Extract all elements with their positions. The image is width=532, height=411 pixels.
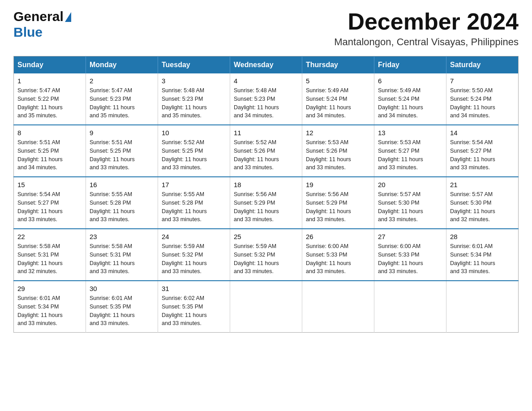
day-number: 8: [17, 129, 82, 137]
calendar-cell: 30 Sunrise: 6:01 AM Sunset: 5:35 PM Dayl…: [86, 281, 158, 333]
weekday-header-row: SundayMondayTuesdayWednesdayThursdayFrid…: [14, 56, 519, 74]
day-info: Sunrise: 5:54 AM Sunset: 5:27 PM Dayligh…: [17, 190, 82, 224]
day-number: 28: [450, 233, 515, 240]
calendar-cell: 26 Sunrise: 6:00 AM Sunset: 5:33 PM Dayl…: [302, 229, 374, 281]
calendar-cell: 31 Sunrise: 6:02 AM Sunset: 5:35 PM Dayl…: [158, 281, 230, 333]
day-number: 14: [450, 129, 515, 137]
day-number: 1: [17, 77, 82, 85]
day-number: 25: [234, 233, 298, 240]
day-number: 26: [306, 233, 370, 240]
calendar-cell: 4 Sunrise: 5:48 AM Sunset: 5:23 PM Dayli…: [230, 73, 302, 125]
calendar-cell: 10 Sunrise: 5:52 AM Sunset: 5:25 PM Dayl…: [158, 125, 230, 177]
calendar-cell: 7 Sunrise: 5:50 AM Sunset: 5:24 PM Dayli…: [446, 73, 519, 125]
calendar-cell: [374, 281, 446, 333]
day-info: Sunrise: 5:55 AM Sunset: 5:28 PM Dayligh…: [162, 190, 226, 224]
day-info: Sunrise: 5:53 AM Sunset: 5:27 PM Dayligh…: [378, 138, 442, 172]
calendar-cell: 24 Sunrise: 5:59 AM Sunset: 5:32 PM Dayl…: [158, 229, 230, 281]
day-number: 16: [90, 181, 154, 188]
weekday-header-sunday: Sunday: [14, 56, 86, 74]
day-number: 10: [162, 129, 226, 137]
day-number: 17: [162, 181, 226, 188]
calendar-week-5: 29 Sunrise: 6:01 AM Sunset: 5:34 PM Dayl…: [14, 281, 519, 333]
location-subtitle: Mantalongon, Central Visayas, Philippine…: [334, 36, 519, 48]
calendar-cell: [446, 281, 519, 333]
day-info: Sunrise: 5:55 AM Sunset: 5:28 PM Dayligh…: [90, 190, 154, 224]
day-info: Sunrise: 5:56 AM Sunset: 5:29 PM Dayligh…: [306, 190, 370, 224]
weekday-header-friday: Friday: [374, 56, 446, 74]
calendar-cell: 16 Sunrise: 5:55 AM Sunset: 5:28 PM Dayl…: [86, 177, 158, 229]
calendar-cell: 11 Sunrise: 5:52 AM Sunset: 5:26 PM Dayl…: [230, 125, 302, 177]
day-number: 19: [306, 181, 370, 188]
calendar-cell: 12 Sunrise: 5:53 AM Sunset: 5:26 PM Dayl…: [302, 125, 374, 177]
day-info: Sunrise: 5:49 AM Sunset: 5:24 PM Dayligh…: [306, 86, 370, 120]
calendar-cell: 8 Sunrise: 5:51 AM Sunset: 5:25 PM Dayli…: [14, 125, 86, 177]
calendar-cell: [302, 281, 374, 333]
day-number: 23: [90, 233, 154, 240]
calendar-cell: 28 Sunrise: 6:01 AM Sunset: 5:34 PM Dayl…: [446, 229, 519, 281]
logo-general: General: [13, 9, 71, 25]
day-info: Sunrise: 5:48 AM Sunset: 5:23 PM Dayligh…: [162, 86, 226, 120]
page-header: General Blue December 2024 Mantalongon, …: [13, 9, 519, 48]
day-number: 2: [90, 77, 154, 85]
calendar-cell: 19 Sunrise: 5:56 AM Sunset: 5:29 PM Dayl…: [302, 177, 374, 229]
calendar-cell: 9 Sunrise: 5:51 AM Sunset: 5:25 PM Dayli…: [86, 125, 158, 177]
day-info: Sunrise: 5:59 AM Sunset: 5:32 PM Dayligh…: [234, 242, 298, 276]
calendar-cell: 6 Sunrise: 5:49 AM Sunset: 5:24 PM Dayli…: [374, 73, 446, 125]
day-info: Sunrise: 5:51 AM Sunset: 5:25 PM Dayligh…: [17, 138, 82, 172]
calendar-cell: 22 Sunrise: 5:58 AM Sunset: 5:31 PM Dayl…: [14, 229, 86, 281]
day-info: Sunrise: 5:47 AM Sunset: 5:23 PM Dayligh…: [90, 86, 154, 120]
day-number: 12: [306, 129, 370, 137]
day-number: 18: [234, 181, 298, 188]
calendar-table: SundayMondayTuesdayWednesdayThursdayFrid…: [13, 56, 519, 333]
calendar-week-2: 8 Sunrise: 5:51 AM Sunset: 5:25 PM Dayli…: [14, 125, 519, 177]
calendar-cell: 29 Sunrise: 6:01 AM Sunset: 5:34 PM Dayl…: [14, 281, 86, 333]
calendar-week-4: 22 Sunrise: 5:58 AM Sunset: 5:31 PM Dayl…: [14, 229, 519, 281]
day-number: 4: [234, 77, 298, 85]
day-info: Sunrise: 5:52 AM Sunset: 5:26 PM Dayligh…: [234, 138, 298, 172]
calendar-cell: 5 Sunrise: 5:49 AM Sunset: 5:24 PM Dayli…: [302, 73, 374, 125]
day-number: 24: [162, 233, 226, 240]
day-number: 7: [450, 77, 515, 85]
weekday-header-thursday: Thursday: [302, 56, 374, 74]
day-number: 22: [17, 233, 82, 240]
day-info: Sunrise: 6:00 AM Sunset: 5:33 PM Dayligh…: [306, 242, 370, 276]
day-info: Sunrise: 6:01 AM Sunset: 5:34 PM Dayligh…: [17, 294, 82, 328]
day-info: Sunrise: 5:51 AM Sunset: 5:25 PM Dayligh…: [90, 138, 154, 172]
day-info: Sunrise: 5:56 AM Sunset: 5:29 PM Dayligh…: [234, 190, 298, 224]
day-info: Sunrise: 6:01 AM Sunset: 5:34 PM Dayligh…: [450, 242, 515, 276]
day-info: Sunrise: 6:02 AM Sunset: 5:35 PM Dayligh…: [162, 294, 226, 328]
day-info: Sunrise: 5:59 AM Sunset: 5:32 PM Dayligh…: [162, 242, 226, 276]
day-number: 5: [306, 77, 370, 85]
day-number: 30: [90, 285, 154, 292]
calendar-week-1: 1 Sunrise: 5:47 AM Sunset: 5:22 PM Dayli…: [14, 73, 519, 125]
calendar-cell: 18 Sunrise: 5:56 AM Sunset: 5:29 PM Dayl…: [230, 177, 302, 229]
day-info: Sunrise: 5:58 AM Sunset: 5:31 PM Dayligh…: [17, 242, 82, 276]
month-year-title: December 2024: [334, 9, 519, 34]
day-info: Sunrise: 5:53 AM Sunset: 5:26 PM Dayligh…: [306, 138, 370, 172]
calendar-cell: [230, 281, 302, 333]
calendar-cell: 14 Sunrise: 5:54 AM Sunset: 5:27 PM Dayl…: [446, 125, 519, 177]
calendar-week-3: 15 Sunrise: 5:54 AM Sunset: 5:27 PM Dayl…: [14, 177, 519, 229]
weekday-header-monday: Monday: [86, 56, 158, 74]
day-number: 15: [17, 181, 82, 188]
day-info: Sunrise: 5:50 AM Sunset: 5:24 PM Dayligh…: [450, 86, 515, 120]
logo-blue: Blue: [13, 25, 71, 40]
logo: General Blue: [13, 9, 71, 40]
day-number: 6: [378, 77, 442, 85]
day-info: Sunrise: 5:52 AM Sunset: 5:25 PM Dayligh…: [162, 138, 226, 172]
day-info: Sunrise: 5:54 AM Sunset: 5:27 PM Dayligh…: [450, 138, 515, 172]
day-info: Sunrise: 5:57 AM Sunset: 5:30 PM Dayligh…: [378, 190, 442, 224]
day-number: 11: [234, 129, 298, 137]
calendar-cell: 20 Sunrise: 5:57 AM Sunset: 5:30 PM Dayl…: [374, 177, 446, 229]
day-number: 29: [17, 285, 82, 292]
day-number: 21: [450, 181, 515, 188]
calendar-cell: 21 Sunrise: 5:57 AM Sunset: 5:30 PM Dayl…: [446, 177, 519, 229]
weekday-header-saturday: Saturday: [446, 56, 519, 74]
day-number: 20: [378, 181, 442, 188]
day-number: 9: [90, 129, 154, 137]
title-section: December 2024 Mantalongon, Central Visay…: [334, 9, 519, 48]
weekday-header-tuesday: Tuesday: [158, 56, 230, 74]
calendar-cell: 27 Sunrise: 6:00 AM Sunset: 5:33 PM Dayl…: [374, 229, 446, 281]
day-info: Sunrise: 5:48 AM Sunset: 5:23 PM Dayligh…: [234, 86, 298, 120]
calendar-cell: 1 Sunrise: 5:47 AM Sunset: 5:22 PM Dayli…: [14, 73, 86, 125]
